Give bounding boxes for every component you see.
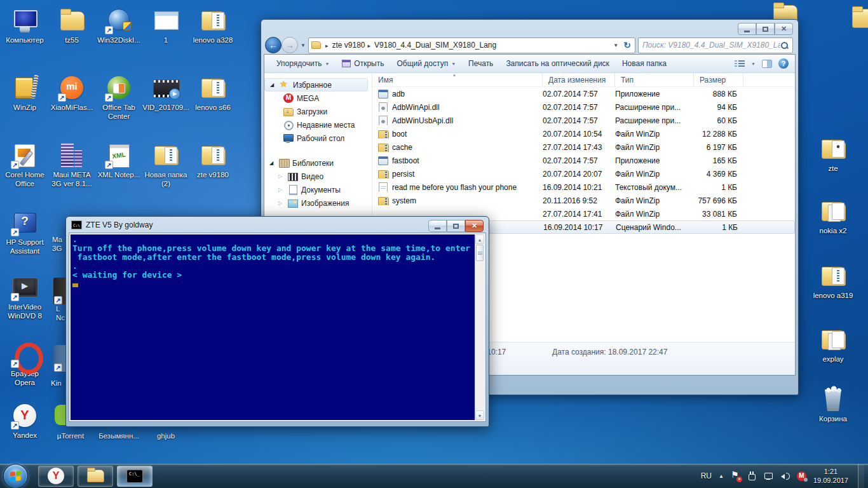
column-header[interactable]: Имя	[372, 73, 543, 86]
desktop-icon[interactable]: nokia x2	[810, 197, 857, 235]
maximize-button[interactable]	[756, 23, 775, 35]
refresh-icon[interactable]: ↻	[622, 40, 634, 50]
desktop-icon[interactable]: tz55	[48, 6, 95, 44]
desktop-icon[interactable]: ↗ XML Notep...	[95, 141, 142, 179]
taskbar-button-explorer[interactable]	[78, 466, 113, 487]
desktop-icon[interactable]: WinZip	[1, 74, 48, 112]
maximize-button[interactable]	[447, 220, 465, 232]
nav-item[interactable]: Изображения	[264, 196, 372, 210]
forward-button[interactable]: →	[281, 37, 298, 53]
file-row[interactable]: cache 27.07.2014 17:43 Файл WinZip 6 197…	[372, 140, 795, 154]
desktop-icon[interactable]: ↗ InterVideo WinDVD 8	[1, 273, 48, 320]
close-button[interactable]: ✕	[465, 220, 484, 232]
nav-item[interactable]: Недавние места	[264, 118, 372, 132]
address-dropdown-icon[interactable]: ▼	[609, 43, 622, 48]
file-row[interactable]: read me before you flash your phone 16.0…	[372, 180, 795, 194]
desktop-icon[interactable]: zte v9180	[189, 141, 236, 179]
file-row[interactable]: persist 20.07.2014 20:07 Файл WinZip 4 3…	[372, 167, 795, 180]
desktop-icon[interactable]: lenovo a328	[189, 6, 236, 44]
search-input[interactable]	[642, 41, 780, 50]
toolbar-button[interactable]: Открыть	[336, 57, 390, 71]
column-header[interactable]: Тип	[615, 73, 694, 86]
column-header[interactable]: Дата изменения	[543, 73, 615, 86]
desktop-icon-sliver[interactable]: ↗	[53, 278, 65, 304]
clock[interactable]: 1:21 19.09.2017	[813, 467, 848, 485]
desktop-icon-sliver[interactable]	[55, 405, 65, 425]
console-scrollbar[interactable]: ▲ ▼	[475, 234, 484, 420]
show-desktop-button[interactable]	[858, 464, 864, 488]
console-output[interactable]: . Turn off the phone,press volume down k…	[71, 234, 475, 420]
file-row[interactable]: system 20.11.2016 9:52 Файл WinZip 757 6…	[372, 194, 795, 207]
nav-item[interactable]: Документы	[264, 183, 372, 196]
toolbar-button[interactable]: Упорядочить ▼	[271, 57, 335, 71]
desktop-icon-sliver[interactable]: ↗	[53, 345, 65, 372]
breadcrumb-segment[interactable]: zte v9180	[323, 41, 365, 50]
search-box[interactable]	[638, 37, 793, 53]
scroll-down-icon[interactable]: ▼	[475, 410, 484, 420]
help-icon[interactable]	[778, 58, 789, 69]
desktop-icon[interactable]: lenovo a319	[810, 262, 857, 300]
desktop-icon[interactable]: Новая папка (2)	[142, 141, 189, 188]
start-button[interactable]	[3, 464, 28, 488]
file-row[interactable]: AdbWinApi.dll 02.07.2014 7:57 Расширение…	[372, 100, 795, 114]
power-plug-icon[interactable]	[747, 471, 757, 481]
file-row[interactable]: AdbWinUsbApi.dll 02.07.2014 7:57 Расшире…	[372, 114, 795, 127]
desktop-icon[interactable]: Maui META 3G ver 8.1...	[48, 141, 95, 188]
history-dropdown-icon[interactable]: ▼	[301, 43, 306, 48]
desktop-icon[interactable]: VID_201709...	[142, 74, 189, 112]
desktop-icon[interactable]: Корзина	[810, 385, 857, 423]
desktop-icon[interactable]: explay	[810, 325, 857, 363]
desktop-folder-icon-partially-covered[interactable]	[849, 4, 868, 32]
desktop-icon[interactable]: zte	[810, 135, 857, 173]
desktop-icon[interactable]: ↗ Office Tab Center	[95, 74, 142, 121]
desktop-icon[interactable]: Компьютер	[1, 6, 48, 44]
nav-item[interactable]: Библиотеки	[264, 156, 372, 170]
desktop-icon[interactable]: lenovo s66	[189, 74, 236, 112]
breadcrumb[interactable]: zte v9180 V9180_4.4_Dual_SIM_X9180_Lang …	[308, 37, 635, 53]
scrollbar-thumb[interactable]	[476, 245, 484, 261]
file-row[interactable]: fastboot 02.07.2014 7:57 Приложение 165 …	[372, 154, 795, 167]
volume-icon[interactable]	[780, 471, 790, 481]
network-icon[interactable]	[764, 471, 773, 481]
desktop-icon[interactable]: ↗ HP Support Assistant	[1, 208, 48, 255]
view-dropdown-icon[interactable]: ▼	[751, 62, 756, 66]
nav-item[interactable]: Видео	[264, 170, 372, 183]
tree-expander-icon[interactable]	[278, 187, 285, 193]
scroll-up-icon[interactable]: ▲	[475, 234, 484, 244]
file-row[interactable]: adb 02.07.2014 7:57 Приложение 888 КБ	[372, 87, 795, 100]
desktop-icon[interactable]: ↗ Win32DiskI...	[95, 6, 142, 44]
show-hidden-icons-icon[interactable]: ▲	[719, 473, 724, 479]
nav-item[interactable]: MEGA	[264, 92, 372, 105]
minimize-button[interactable]	[738, 23, 756, 35]
change-view-icon[interactable]	[735, 60, 745, 68]
breadcrumb-segment[interactable]: V9180_4.4_Dual_SIM_X9180_Lang	[365, 41, 497, 50]
taskbar-button-yandex[interactable]: Y	[38, 466, 74, 487]
mega-tray-icon[interactable]	[797, 471, 806, 481]
tree-expander-icon[interactable]	[269, 160, 276, 166]
column-header[interactable]: Размер	[694, 73, 743, 86]
taskbar-button-cmd[interactable]: C:\_	[117, 466, 153, 487]
toolbar-button[interactable]: Общий доступ ▼	[391, 57, 462, 71]
tree-expander-icon[interactable]	[270, 82, 276, 88]
preview-pane-icon[interactable]	[762, 60, 772, 68]
close-button[interactable]: ✕	[775, 23, 793, 35]
desktop-icon[interactable]: ↗ Браузер Opera	[1, 340, 48, 387]
desktop-icon[interactable]: ↗ XiaoMiFlas...	[48, 74, 95, 112]
tree-expander-icon[interactable]	[278, 200, 285, 206]
file-row[interactable]: boot 20.07.2014 10:54 Файл WinZip 12 288…	[372, 127, 795, 140]
desktop-icon[interactable]: 1	[142, 6, 189, 44]
cmd-titlebar[interactable]: C:\ ZTE V5 By goldway	[69, 217, 486, 233]
nav-item[interactable]: Избранное	[264, 78, 368, 92]
language-indicator[interactable]: RU	[701, 471, 712, 480]
scrollbar-track[interactable]	[475, 262, 484, 410]
toolbar-button[interactable]: Записать на оптический диск	[500, 57, 615, 71]
nav-item[interactable]: Загрузки	[264, 105, 372, 118]
minimize-button[interactable]	[428, 220, 447, 232]
tree-expander-icon[interactable]	[278, 173, 285, 179]
toolbar-button[interactable]: Новая папка	[616, 57, 672, 71]
back-button[interactable]: ←	[265, 37, 281, 53]
nav-item[interactable]: Рабочий стол	[264, 132, 372, 145]
action-center-flag-icon[interactable]	[731, 471, 740, 481]
desktop-icon[interactable]: ↗ Corel Home Office	[1, 141, 48, 188]
desktop-icon[interactable]: ↗ Yandex	[1, 402, 48, 440]
